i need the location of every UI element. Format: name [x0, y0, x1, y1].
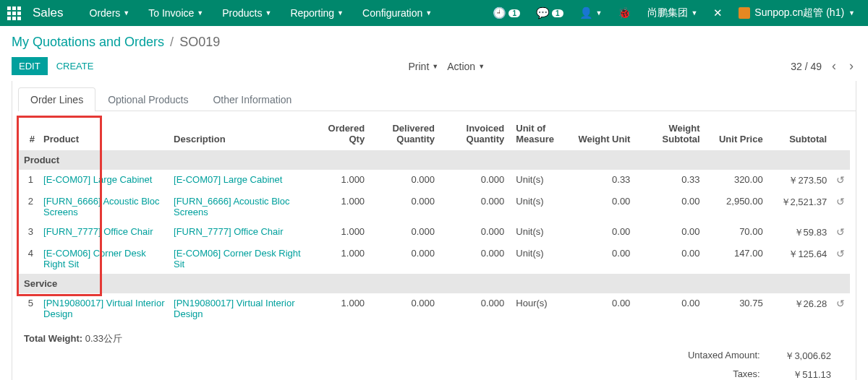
control-bar: EDIT CREATE Print▼ Action▼ 32 / 49 ‹ ›: [0, 54, 868, 81]
col-invoiced-qty[interactable]: Invoiced Quantity: [439, 117, 509, 150]
undo-icon[interactable]: ↺: [831, 243, 850, 274]
col-ordered-qty[interactable]: Ordered Qty: [306, 117, 369, 150]
topbar: Sales Orders▼ To Invoice▼ Products▼ Repo…: [0, 0, 868, 26]
tab-optional-products[interactable]: Optional Products: [95, 87, 200, 111]
apps-icon[interactable]: [7, 7, 21, 20]
section-product: Product: [18, 150, 850, 170]
debug-icon[interactable]: 🐞: [612, 7, 637, 20]
col-idx[interactable]: #: [18, 117, 39, 150]
user-menu[interactable]: Sunpop.cn超管 (h1)▼: [733, 7, 861, 20]
table-row[interactable]: 5 [PN19080017] Virtual Interior Design […: [18, 293, 850, 324]
menu-products[interactable]: Products▼: [215, 7, 278, 19]
col-description[interactable]: Description: [169, 117, 306, 150]
order-lines-table: # Product Description Ordered Qty Delive…: [18, 117, 850, 324]
breadcrumb-parent[interactable]: My Quotations and Orders: [12, 35, 164, 50]
col-weight-subtotal[interactable]: Weight Subtotal: [634, 117, 704, 150]
pager-prev[interactable]: ‹: [829, 59, 839, 74]
product-link[interactable]: [PN19080017] Virtual Interior Design: [39, 293, 169, 324]
product-link[interactable]: [FURN_7777] Office Chair: [39, 222, 169, 243]
table-row[interactable]: 4 [E-COM06] Corner Desk Right Sit [E-COM…: [18, 243, 850, 274]
table-row[interactable]: 1 [E-COM07] Large Cabinet [E-COM07] Larg…: [18, 170, 850, 191]
col-weight-unit[interactable]: Weight Unit: [566, 117, 634, 150]
taxes-value: ￥511.13: [767, 366, 838, 380]
undo-icon[interactable]: ↺: [831, 222, 850, 243]
breadcrumb-sep: /: [170, 35, 174, 50]
discuss-icon[interactable]: 💬1: [530, 7, 569, 20]
close-icon[interactable]: ✕: [707, 7, 728, 20]
table-row[interactable]: 2 [FURN_6666] Acoustic Bloc Screens [FUR…: [18, 191, 850, 222]
breadcrumb-current: SO019: [179, 35, 220, 50]
tabs: Order Lines Optional Products Other Info…: [18, 87, 856, 111]
col-delivered-qty[interactable]: Delivered Quantity: [369, 117, 439, 150]
undo-icon[interactable]: ↺: [831, 170, 850, 191]
menu-orders[interactable]: Orders▼: [82, 7, 137, 19]
avatar: [739, 7, 750, 19]
menu-configuration[interactable]: Configuration▼: [355, 7, 439, 19]
totals: Untaxed Amount:￥3,006.62 Taxes:￥511.13 T…: [681, 347, 838, 380]
col-product[interactable]: Product: [39, 117, 169, 150]
col-unit-price[interactable]: Unit Price: [705, 117, 767, 150]
print-dropdown[interactable]: Print▼: [409, 61, 439, 72]
product-link[interactable]: [FURN_6666] Acoustic Bloc Screens: [39, 191, 169, 222]
pager: 32 / 49 ‹ ›: [791, 59, 856, 74]
undo-icon[interactable]: ↺: [831, 293, 850, 324]
app-title[interactable]: Sales: [33, 6, 64, 20]
menu-to-invoice[interactable]: To Invoice▼: [141, 7, 210, 19]
untaxed-value: ￥3,006.62: [767, 347, 838, 366]
taxes-label: Taxes:: [681, 366, 767, 380]
untaxed-label: Untaxed Amount:: [681, 347, 767, 366]
form-sheet: Order Lines Optional Products Other Info…: [12, 81, 856, 380]
company-switcher[interactable]: 尚鹏集团▼: [642, 7, 703, 20]
product-link[interactable]: [E-COM06] Corner Desk Right Sit: [39, 243, 169, 274]
menu-reporting[interactable]: Reporting▼: [283, 7, 351, 19]
edit-button[interactable]: EDIT: [12, 57, 48, 75]
col-subtotal[interactable]: Subtotal: [767, 117, 831, 150]
section-service: Service: [18, 274, 850, 293]
undo-icon[interactable]: ↺: [831, 191, 850, 222]
table-header-row: # Product Description Ordered Qty Delive…: [18, 117, 850, 150]
action-dropdown[interactable]: Action▼: [447, 61, 485, 72]
tab-other-information[interactable]: Other Information: [200, 87, 304, 111]
tab-order-lines[interactable]: Order Lines: [18, 87, 95, 111]
table-row[interactable]: 3 [FURN_7777] Office Chair [FURN_7777] O…: [18, 222, 850, 243]
pager-count: 32 / 49: [791, 61, 822, 72]
col-uom[interactable]: Unit of Measure: [509, 117, 566, 150]
create-button[interactable]: CREATE: [48, 57, 103, 75]
pager-next[interactable]: ›: [846, 59, 856, 74]
product-link[interactable]: [E-COM07] Large Cabinet: [39, 170, 169, 191]
user-icon[interactable]: 👤▼: [574, 7, 608, 20]
breadcrumb: My Quotations and Orders / SO019: [0, 26, 868, 54]
activity-icon[interactable]: 🕘1: [487, 7, 526, 20]
